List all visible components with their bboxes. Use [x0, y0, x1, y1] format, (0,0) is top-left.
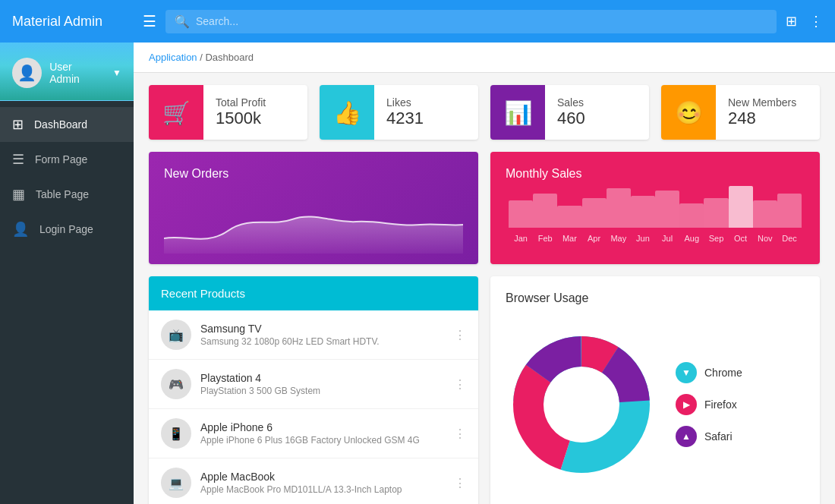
- chrome-label: Chrome: [704, 367, 742, 379]
- bar-col-dec: Dec: [777, 194, 802, 246]
- bar-col-apr: Apr: [582, 198, 607, 246]
- dashboard-icon: ⊞: [12, 116, 24, 133]
- product-item-1: 🎮 Playstation 4 PlayStation 3 500 GB Sys…: [149, 360, 478, 409]
- bar-col-feb: Feb: [533, 194, 557, 246]
- bar-label-apr: Apr: [588, 231, 600, 246]
- stat-info-sales: Sales 460: [545, 87, 597, 137]
- product-item-3: 💻 Apple MacBook Apple MacBook Pro MD101L…: [149, 458, 478, 504]
- bar-may: [607, 188, 631, 228]
- sidebar-nav: ⊞ DashBoard ☰ Form Page ▦ Table Page 👤 L…: [0, 101, 134, 253]
- firefox-dot: ▶: [676, 394, 697, 415]
- stat-label-likes: Likes: [386, 96, 424, 109]
- bar-label-dec: Dec: [782, 231, 797, 246]
- sidebar-item-table[interactable]: ▦ Table Page: [0, 177, 134, 212]
- product-item-0: 📺 Samsung TV Samsung 32 1080p 60Hz LED S…: [149, 310, 478, 360]
- product-name: Samsung TV: [200, 323, 445, 335]
- bar-col-sep: Sep: [704, 198, 728, 246]
- bar-label-jun: Jun: [636, 231, 650, 246]
- recent-products-title: Recent Products: [161, 287, 466, 300]
- chrome-dot: ▼: [676, 362, 697, 383]
- stat-icon-sales: 📊: [490, 85, 545, 140]
- new-orders-title: New Orders: [164, 167, 463, 181]
- stat-value-profit: 1500k: [216, 109, 266, 128]
- sidebar-item-dashboard[interactable]: ⊞ DashBoard: [0, 107, 134, 142]
- bar-jul: [655, 191, 679, 228]
- safari-dot: ▲: [676, 426, 697, 447]
- product-desc: Apple iPhone 6 Plus 16GB Factory Unlocke…: [200, 435, 445, 446]
- browser-usage-title: Browser Usage: [506, 291, 805, 305]
- chevron-down-icon: ▼: [112, 68, 121, 78]
- bar-label-feb: Feb: [538, 231, 553, 246]
- bar-feb: [533, 194, 557, 228]
- product-desc: Samsung 32 1080p 60Hz LED Smart HDTV.: [200, 336, 445, 347]
- sidebar-item-label: Login Page: [39, 223, 93, 235]
- bar-col-aug: Aug: [679, 203, 704, 246]
- more-icon[interactable]: ⋮: [809, 13, 823, 30]
- safari-label: Safari: [704, 430, 733, 443]
- search-input[interactable]: [196, 15, 767, 27]
- legend-item-safari: ▲ Safari: [676, 426, 742, 447]
- stat-card-likes: 👍 Likes 4231: [320, 85, 478, 140]
- stat-label-profit: Total Profit: [216, 96, 266, 109]
- bar-col-nov: Nov: [753, 200, 777, 246]
- product-desc: PlayStation 3 500 GB System: [200, 386, 445, 396]
- product-menu-icon[interactable]: ⋮: [454, 476, 466, 490]
- search-bar: 🔍: [165, 10, 777, 33]
- topbar: Material Admin ☰ 🔍 ⊞ ⋮: [0, 0, 835, 43]
- bar-oct: [729, 186, 753, 228]
- stat-icon-members: 😊: [661, 85, 716, 140]
- bar-aug: [679, 203, 704, 228]
- product-menu-icon[interactable]: ⋮: [454, 377, 466, 392]
- monthly-sales-title: Monthly Sales: [506, 167, 805, 181]
- bottom-row: Recent Products 📺 Samsung TV Samsung 32 …: [149, 276, 820, 504]
- stat-info-members: New Members 248: [716, 87, 808, 137]
- stat-label-sales: Sales: [557, 96, 585, 109]
- recent-products-header: Recent Products: [149, 276, 478, 310]
- search-icon: 🔍: [175, 14, 190, 29]
- sidebar: 👤 User Admin ▼ ⊞ DashBoard ☰ Form Page ▦…: [0, 43, 134, 504]
- product-info: Apple MacBook Apple MacBook Pro MD101LL/…: [200, 471, 445, 495]
- svg-point-3: [547, 370, 616, 439]
- bar-label-nov: Nov: [758, 231, 773, 246]
- product-name: Apple iPhone 6: [200, 421, 445, 433]
- stat-card-members: 😊 New Members 248: [661, 85, 820, 140]
- content-area: 🛒 Total Profit 1500k 👍 Likes 4231 📊: [134, 73, 835, 504]
- stat-card-total-profit: 🛒 Total Profit 1500k: [149, 85, 307, 140]
- stat-value-members: 248: [728, 109, 796, 128]
- product-name: Playstation 4: [200, 372, 445, 384]
- app-title: Material Admin: [12, 14, 134, 30]
- topbar-actions: ⊞ ⋮: [786, 13, 823, 30]
- bar-label-aug: Aug: [685, 231, 700, 246]
- bar-jan: [509, 200, 533, 228]
- firefox-label: Firefox: [704, 398, 737, 411]
- breadcrumb-app[interactable]: Application: [149, 52, 197, 63]
- person-icon: 👤: [12, 221, 29, 238]
- bar-label-may: May: [610, 231, 626, 246]
- wave-chart: [164, 193, 463, 254]
- product-menu-icon[interactable]: ⋮: [454, 427, 466, 441]
- table-icon: ▦: [12, 186, 25, 203]
- bar-col-mar: Mar: [557, 206, 581, 246]
- grid-icon[interactable]: ⊞: [786, 13, 797, 30]
- bar-col-jun: Jun: [631, 196, 655, 246]
- main-content: Application / Dashboard 🛒 Total Profit 1…: [134, 43, 835, 504]
- browser-chart-area: ▼ Chrome ▶ Firefox ▲ Safari: [506, 317, 805, 492]
- product-list: 📺 Samsung TV Samsung 32 1080p 60Hz LED S…: [149, 310, 478, 504]
- stat-icon-likes: 👍: [320, 85, 374, 140]
- bar-apr: [582, 198, 607, 228]
- bar-dec: [777, 194, 802, 228]
- stat-info-profit: Total Profit 1500k: [203, 87, 278, 137]
- bar-col-oct: Oct: [729, 186, 753, 246]
- stat-value-likes: 4231: [386, 109, 424, 128]
- bar-label-jul: Jul: [662, 231, 673, 246]
- avatar: 👤: [12, 58, 42, 88]
- bar-col-jul: Jul: [655, 191, 679, 246]
- monthly-sales-card: Monthly Sales JanFebMarAprMayJunJulAugSe…: [490, 152, 820, 264]
- sidebar-item-form[interactable]: ☰ Form Page: [0, 142, 134, 177]
- stat-label-members: New Members: [728, 96, 796, 109]
- bar-label-jan: Jan: [514, 231, 528, 246]
- product-menu-icon[interactable]: ⋮: [454, 328, 466, 342]
- legend-item-chrome: ▼ Chrome: [676, 362, 742, 383]
- menu-icon[interactable]: ☰: [143, 12, 156, 30]
- sidebar-item-login[interactable]: 👤 Login Page: [0, 212, 134, 247]
